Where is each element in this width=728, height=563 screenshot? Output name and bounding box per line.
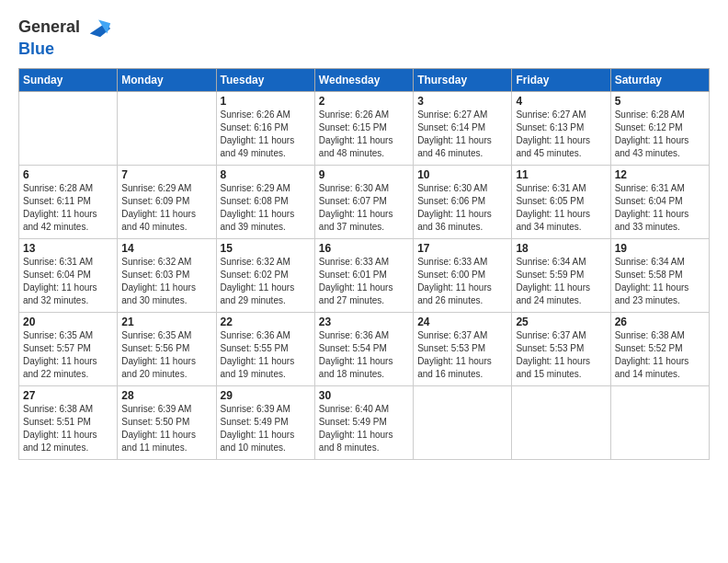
day-info: Sunrise: 6:35 AM Sunset: 5:57 PM Dayligh… bbox=[23, 329, 113, 381]
day-cell: 2Sunrise: 6:26 AM Sunset: 6:15 PM Daylig… bbox=[314, 91, 413, 165]
day-cell: 17Sunrise: 6:33 AM Sunset: 6:00 PM Dayli… bbox=[414, 238, 512, 312]
day-number: 20 bbox=[23, 316, 113, 328]
day-number: 10 bbox=[417, 168, 507, 181]
week-row-1: 1Sunrise: 6:26 AM Sunset: 6:16 PM Daylig… bbox=[19, 91, 710, 165]
day-info: Sunrise: 6:30 AM Sunset: 6:07 PM Dayligh… bbox=[319, 182, 409, 234]
day-info: Sunrise: 6:38 AM Sunset: 5:51 PM Dayligh… bbox=[23, 403, 113, 454]
day-cell: 13Sunrise: 6:31 AM Sunset: 6:04 PM Dayli… bbox=[19, 238, 118, 312]
day-info: Sunrise: 6:32 AM Sunset: 6:03 PM Dayligh… bbox=[121, 256, 211, 307]
day-number: 8 bbox=[221, 168, 311, 181]
day-cell: 19Sunrise: 6:34 AM Sunset: 5:58 PM Dayli… bbox=[610, 238, 709, 312]
day-number: 15 bbox=[221, 242, 311, 255]
day-cell: 6Sunrise: 6:28 AM Sunset: 6:11 PM Daylig… bbox=[19, 165, 118, 238]
day-info: Sunrise: 6:37 AM Sunset: 5:53 PM Dayligh… bbox=[417, 329, 507, 381]
week-row-2: 6Sunrise: 6:28 AM Sunset: 6:11 PM Daylig… bbox=[19, 165, 710, 238]
weekday-monday: Monday bbox=[118, 68, 216, 91]
day-cell: 10Sunrise: 6:30 AM Sunset: 6:06 PM Dayli… bbox=[414, 165, 512, 238]
weekday-tuesday: Tuesday bbox=[216, 68, 314, 91]
day-number: 12 bbox=[615, 168, 705, 181]
day-number: 4 bbox=[516, 95, 606, 108]
day-number: 11 bbox=[516, 168, 606, 181]
day-number: 14 bbox=[121, 242, 211, 255]
weekday-saturday: Saturday bbox=[610, 68, 709, 91]
logo-general: General bbox=[18, 17, 80, 36]
logo: General Blue bbox=[18, 15, 112, 59]
day-number: 23 bbox=[319, 316, 409, 328]
day-info: Sunrise: 6:34 AM Sunset: 5:59 PM Dayligh… bbox=[516, 256, 606, 307]
day-cell: 5Sunrise: 6:28 AM Sunset: 6:12 PM Daylig… bbox=[610, 91, 709, 165]
day-cell: 22Sunrise: 6:36 AM Sunset: 5:55 PM Dayli… bbox=[216, 312, 314, 385]
day-number: 22 bbox=[221, 316, 311, 328]
day-cell: 30Sunrise: 6:40 AM Sunset: 5:49 PM Dayli… bbox=[314, 385, 413, 459]
day-cell: 4Sunrise: 6:27 AM Sunset: 6:13 PM Daylig… bbox=[512, 91, 610, 165]
day-info: Sunrise: 6:32 AM Sunset: 6:02 PM Dayligh… bbox=[221, 256, 311, 307]
day-cell: 11Sunrise: 6:31 AM Sunset: 6:05 PM Dayli… bbox=[512, 165, 610, 238]
day-info: Sunrise: 6:31 AM Sunset: 6:04 PM Dayligh… bbox=[615, 182, 705, 234]
day-number: 13 bbox=[23, 242, 113, 255]
day-cell: 18Sunrise: 6:34 AM Sunset: 5:59 PM Dayli… bbox=[512, 238, 610, 312]
day-cell bbox=[610, 385, 709, 459]
week-row-5: 27Sunrise: 6:38 AM Sunset: 5:51 PM Dayli… bbox=[19, 385, 710, 459]
day-info: Sunrise: 6:28 AM Sunset: 6:11 PM Dayligh… bbox=[23, 182, 113, 234]
day-cell: 28Sunrise: 6:39 AM Sunset: 5:50 PM Dayli… bbox=[118, 385, 216, 459]
day-cell: 8Sunrise: 6:29 AM Sunset: 6:08 PM Daylig… bbox=[216, 165, 314, 238]
day-cell: 12Sunrise: 6:31 AM Sunset: 6:04 PM Dayli… bbox=[610, 165, 709, 238]
day-info: Sunrise: 6:39 AM Sunset: 5:50 PM Dayligh… bbox=[121, 403, 211, 454]
day-cell: 26Sunrise: 6:38 AM Sunset: 5:52 PM Dayli… bbox=[610, 312, 709, 385]
day-cell bbox=[512, 385, 610, 459]
day-info: Sunrise: 6:37 AM Sunset: 5:53 PM Dayligh… bbox=[516, 329, 606, 381]
day-cell: 16Sunrise: 6:33 AM Sunset: 6:01 PM Dayli… bbox=[314, 238, 413, 312]
day-cell: 14Sunrise: 6:32 AM Sunset: 6:03 PM Dayli… bbox=[118, 238, 216, 312]
week-row-4: 20Sunrise: 6:35 AM Sunset: 5:57 PM Dayli… bbox=[19, 312, 710, 385]
day-info: Sunrise: 6:28 AM Sunset: 6:12 PM Dayligh… bbox=[615, 109, 705, 160]
weekday-wednesday: Wednesday bbox=[314, 68, 413, 91]
weekday-friday: Friday bbox=[512, 68, 610, 91]
day-info: Sunrise: 6:34 AM Sunset: 5:58 PM Dayligh… bbox=[615, 256, 705, 307]
header: General Blue bbox=[18, 15, 710, 59]
page: General Blue SundayMondayTuesdayWednesda… bbox=[0, 0, 728, 563]
day-info: Sunrise: 6:33 AM Sunset: 6:00 PM Dayligh… bbox=[417, 256, 507, 307]
day-info: Sunrise: 6:27 AM Sunset: 6:14 PM Dayligh… bbox=[417, 109, 507, 160]
day-info: Sunrise: 6:33 AM Sunset: 6:01 PM Dayligh… bbox=[319, 256, 409, 307]
day-info: Sunrise: 6:26 AM Sunset: 6:15 PM Dayligh… bbox=[319, 109, 409, 160]
day-number: 6 bbox=[23, 168, 113, 181]
day-info: Sunrise: 6:31 AM Sunset: 6:05 PM Dayligh… bbox=[516, 182, 606, 234]
day-info: Sunrise: 6:35 AM Sunset: 5:56 PM Dayligh… bbox=[121, 329, 211, 381]
day-cell: 1Sunrise: 6:26 AM Sunset: 6:16 PM Daylig… bbox=[216, 91, 314, 165]
day-cell: 3Sunrise: 6:27 AM Sunset: 6:14 PM Daylig… bbox=[414, 91, 512, 165]
day-number: 27 bbox=[23, 389, 113, 402]
day-number: 3 bbox=[417, 95, 507, 108]
logo-text: General bbox=[18, 15, 112, 40]
day-info: Sunrise: 6:27 AM Sunset: 6:13 PM Dayligh… bbox=[516, 109, 606, 160]
day-info: Sunrise: 6:36 AM Sunset: 5:54 PM Dayligh… bbox=[319, 329, 409, 381]
day-cell: 24Sunrise: 6:37 AM Sunset: 5:53 PM Dayli… bbox=[414, 312, 512, 385]
day-number: 30 bbox=[319, 389, 409, 402]
logo-blue: Blue bbox=[18, 40, 112, 59]
day-number: 26 bbox=[615, 316, 705, 328]
day-info: Sunrise: 6:29 AM Sunset: 6:09 PM Dayligh… bbox=[121, 182, 211, 234]
day-cell: 20Sunrise: 6:35 AM Sunset: 5:57 PM Dayli… bbox=[19, 312, 118, 385]
weekday-sunday: Sunday bbox=[19, 68, 118, 91]
day-info: Sunrise: 6:39 AM Sunset: 5:49 PM Dayligh… bbox=[221, 403, 311, 454]
day-cell: 15Sunrise: 6:32 AM Sunset: 6:02 PM Dayli… bbox=[216, 238, 314, 312]
day-number: 1 bbox=[221, 95, 311, 108]
day-cell: 7Sunrise: 6:29 AM Sunset: 6:09 PM Daylig… bbox=[118, 165, 216, 238]
day-cell: 23Sunrise: 6:36 AM Sunset: 5:54 PM Dayli… bbox=[314, 312, 413, 385]
logo-icon bbox=[86, 15, 112, 40]
calendar: SundayMondayTuesdayWednesdayThursdayFrid… bbox=[18, 68, 710, 460]
day-cell bbox=[414, 385, 512, 459]
day-number: 2 bbox=[319, 95, 409, 108]
week-row-3: 13Sunrise: 6:31 AM Sunset: 6:04 PM Dayli… bbox=[19, 238, 710, 312]
day-number: 25 bbox=[516, 316, 606, 328]
day-cell: 27Sunrise: 6:38 AM Sunset: 5:51 PM Dayli… bbox=[19, 385, 118, 459]
day-info: Sunrise: 6:30 AM Sunset: 6:06 PM Dayligh… bbox=[417, 182, 507, 234]
day-cell bbox=[118, 91, 216, 165]
weekday-header-row: SundayMondayTuesdayWednesdayThursdayFrid… bbox=[19, 68, 710, 91]
day-number: 19 bbox=[615, 242, 705, 255]
day-cell bbox=[19, 91, 118, 165]
day-number: 18 bbox=[516, 242, 606, 255]
day-info: Sunrise: 6:38 AM Sunset: 5:52 PM Dayligh… bbox=[615, 329, 705, 381]
day-info: Sunrise: 6:26 AM Sunset: 6:16 PM Dayligh… bbox=[221, 109, 311, 160]
day-number: 21 bbox=[121, 316, 211, 328]
day-number: 28 bbox=[121, 389, 211, 402]
